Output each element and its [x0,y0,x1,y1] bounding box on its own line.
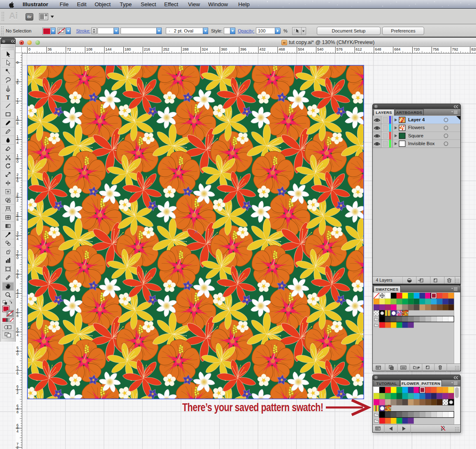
svg-text:2: 2 [16,100,19,104]
svg-text:8: 8 [16,410,19,414]
svg-text:0: 0 [16,352,19,356]
svg-text:6: 6 [16,179,19,183]
svg-text:720: 720 [413,47,420,51]
svg-text:36: 36 [48,47,52,51]
svg-text:756: 756 [433,47,439,51]
svg-text:792: 792 [452,47,458,51]
svg-text:0: 0 [16,160,19,164]
svg-text:6: 6 [16,371,19,375]
svg-text:6: 6 [16,275,19,279]
svg-text:Invisible Box: Invisible Box [408,141,435,146]
svg-text:432: 432 [260,47,266,51]
svg-text:648: 648 [375,47,381,51]
svg-text:Flowers: Flowers [408,125,425,130]
svg-text:2: 2 [16,198,19,202]
svg-text:144: 144 [105,47,111,51]
svg-text:0: 0 [16,60,19,64]
svg-text:252: 252 [163,47,170,51]
svg-text:576: 576 [337,47,343,51]
svg-text:468: 468 [279,47,285,51]
svg-text:612: 612 [356,47,362,51]
svg-text:4: 4 [16,429,19,433]
svg-text:2: 2 [16,294,19,298]
svg-text:540: 540 [317,47,323,51]
svg-text:8: 8 [16,217,19,221]
svg-text:4: 4 [16,140,19,144]
svg-text:8: 8 [16,121,19,125]
svg-text:Layer 4: Layer 4 [408,117,425,122]
svg-text:360: 360 [221,47,227,51]
svg-text:Square: Square [408,133,423,138]
svg-text:8: 8 [16,313,19,317]
svg-text:4: 4 [16,236,19,241]
svg-text:2: 2 [16,390,19,394]
svg-text:396: 396 [240,47,246,51]
svg-text:504: 504 [298,47,304,51]
svg-text:288: 288 [182,47,188,51]
svg-text:72: 72 [67,47,71,51]
svg-text:180: 180 [125,47,131,51]
svg-text:0: 0 [28,47,30,51]
svg-text:216: 216 [144,47,150,51]
svg-text:108: 108 [86,47,92,51]
svg-text:4: 4 [16,333,19,337]
svg-text:6: 6 [16,81,19,85]
svg-text:0: 0 [16,256,19,260]
svg-text:684: 684 [394,47,400,51]
svg-text:324: 324 [202,47,208,51]
svg-text:T: T [6,95,10,101]
svg-text:828: 828 [471,47,476,51]
